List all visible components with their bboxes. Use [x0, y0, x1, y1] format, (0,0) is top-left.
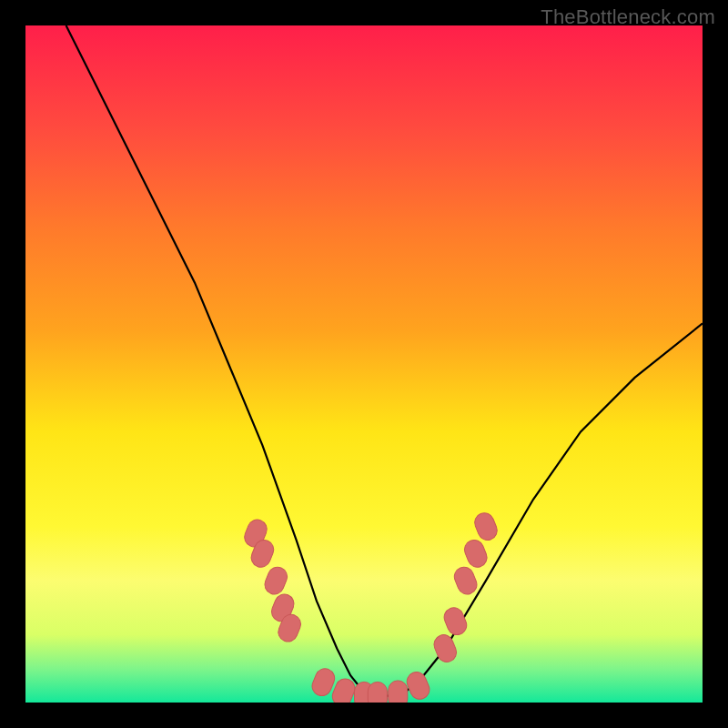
curve-marker [404, 669, 432, 702]
chart-frame: TheBottleneck.com [0, 0, 728, 728]
curve-marker [368, 682, 387, 703]
curve-marker [451, 564, 480, 597]
curve-markers [241, 511, 500, 703]
curve-marker [441, 605, 470, 638]
curve-layer [25, 25, 703, 703]
curve-marker [389, 681, 408, 703]
watermark-text: TheBottleneck.com [541, 5, 715, 29]
curve-marker [262, 564, 290, 597]
bottleneck-curve [66, 25, 703, 696]
curve-marker [471, 511, 500, 543]
curve-marker [461, 537, 490, 570]
plot-area [25, 25, 703, 703]
